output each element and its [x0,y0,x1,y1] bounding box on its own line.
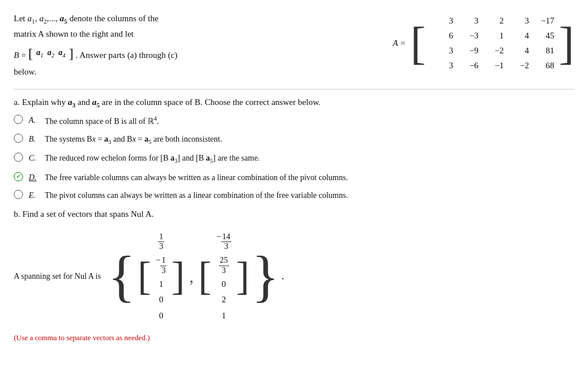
option-d-text: The free variable columns can always be … [45,172,348,184]
option-a-radio[interactable] [14,115,23,124]
m21: −9 [454,44,479,57]
v2-r1-num: 14 [221,232,231,243]
option-a-text: The column space of B is all of ℝ4. [45,114,159,127]
below-text: below. [14,67,36,76]
matrix-a-label: A = [393,38,406,48]
option-a-letter: A. [29,114,39,126]
v2-r1-frac: 14 3 [221,232,231,252]
spanning-label: A spanning set for Nul A is [14,272,101,281]
option-c-radio[interactable] [14,153,23,162]
m04: −17 [530,14,555,28]
problem-intro: Let a1, a2,..., a5 denote the columns of… [14,11,376,80]
v1-r1-num: 1 [158,232,164,243]
option-c-letter: C. [29,152,39,164]
option-b: B. The systems Bx = a3 and Bx = a5 are b… [14,133,574,147]
m00: 3 [429,14,454,28]
header-text: Let a1, a2,..., a5 denote the columns of… [14,11,376,80]
v1-r2: − 1 3 [156,253,167,276]
option-b-letter: B. [29,133,39,145]
part-b-question: b. Find a set of vectors that spans Nul … [14,209,574,219]
v2-r1: − 14 3 [216,229,231,252]
vector-comma: , [189,267,194,286]
m24: 81 [530,44,555,57]
part-a-section: a. Explain why a3 and a5 are in the colu… [14,98,574,201]
option-d-letter: D. [29,172,39,184]
v2-bracket-left: [ [198,256,211,297]
v1-r4: 0 [156,293,167,307]
m23: 4 [505,44,530,57]
option-d: D. The free variable columns can always … [14,172,574,184]
vectors-container: { [ 1 3 − 1 3 [108,227,284,326]
v2-r3: 0 [216,277,231,292]
v1-r1-frac: 1 3 [158,232,164,252]
vector1-grid: 1 3 − 1 3 1 0 [151,227,171,326]
matrix-right-bracket: ] [559,11,574,75]
v2-r2: 25 3 [216,253,231,276]
v2-r2-frac: 25 3 [219,256,229,276]
m03: 3 [505,14,530,28]
m20: 3 [429,44,454,57]
m31: −6 [454,59,479,72]
v1-r5: 0 [156,309,167,324]
option-a: A. The column space of B is all of ℝ4. [14,114,574,127]
option-c-text: The reduced row echelon forms for [B a3]… [45,152,260,166]
section-divider [14,89,574,89]
m10: 6 [429,29,454,42]
matrix-a-container: A = [ 3 3 2 3 −17 6 −3 1 4 45 3 −9 −2 4 … [393,11,574,75]
option-c: C. The reduced row echelon forms for [B … [14,152,574,166]
v2-r2-den: 3 [222,266,226,276]
outer-right-brace: } [252,248,279,305]
spanning-set-section: A spanning set for Nul A is { [ 1 3 [14,227,574,326]
v1-r1: 1 3 [156,229,167,252]
v1-r3: 1 [156,277,167,292]
option-b-text: The systems Bx = a3 and Bx = a5 are both… [45,133,222,147]
v1-r2-num: 1 [160,256,167,266]
b-def: B = [ a1 a2 a4 ] . Answer parts (a) thro… [14,50,177,60]
m02: 2 [479,14,505,28]
option-b-radio[interactable] [14,134,23,143]
m33: −2 [505,59,530,72]
vector1-bracket-group: [ 1 3 − 1 3 [138,227,185,326]
v2-r1-den: 3 [225,242,229,252]
b-content: a1 a2 a4 [34,46,68,61]
vector2-grid: − 14 3 25 3 0 2 [212,227,236,326]
header-section: Let a1, a2,..., a5 denote the columns of… [14,11,574,80]
m12: 1 [479,29,505,42]
v2-r4: 2 [216,293,231,307]
period: . [281,270,284,282]
m11: −3 [454,29,479,42]
option-e-radio[interactable] [14,190,23,199]
matrix-left-bracket: [ [411,11,426,75]
v2-r5: 1 [216,309,231,324]
m32: −1 [479,59,505,72]
v2-bracket-right: ] [236,256,249,297]
outer-left-brace: { [108,248,136,305]
m14: 45 [530,29,555,42]
v1-bracket-left: [ [138,256,151,297]
v1-r2-frac: 1 3 [160,256,167,276]
part-a-question: a. Explain why a3 and a5 are in the colu… [14,98,574,108]
m13: 4 [505,29,530,42]
b-matrix: [ a1 a2 a4 ] [28,42,74,65]
v1-r2-den: 3 [161,266,165,276]
v2-r2-num: 25 [219,256,229,266]
matrix-a-bracket: [ 3 3 2 3 −17 6 −3 1 4 45 3 −9 −2 4 81 3… [411,11,574,75]
part-b-section: b. Find a set of vectors that spans Nul … [14,209,574,343]
b-bracket-left: [ [28,42,33,65]
option-d-radio[interactable] [14,172,23,181]
m30: 3 [429,59,454,72]
options-list: A. The column space of B is all of ℝ4. B… [14,114,574,201]
option-e-text: The pivot columns can always be written … [45,189,348,201]
v1-bracket-right: ] [171,256,184,297]
option-e-letter: E. [29,189,39,201]
b-bracket-right: ] [69,42,74,65]
m01: 3 [454,14,479,28]
option-e: E. The pivot columns can always be writt… [14,189,574,201]
m34: 68 [530,59,555,72]
vector2-bracket-group: [ − 14 3 25 3 [198,227,249,326]
m22: −2 [479,44,505,57]
v1-r1-den: 3 [159,242,163,252]
matrix-a-grid: 3 3 2 3 −17 6 −3 1 4 45 3 −9 −2 4 81 3 −… [425,11,559,75]
use-comma-note: (Use a comma to separate vectors as need… [14,333,574,342]
